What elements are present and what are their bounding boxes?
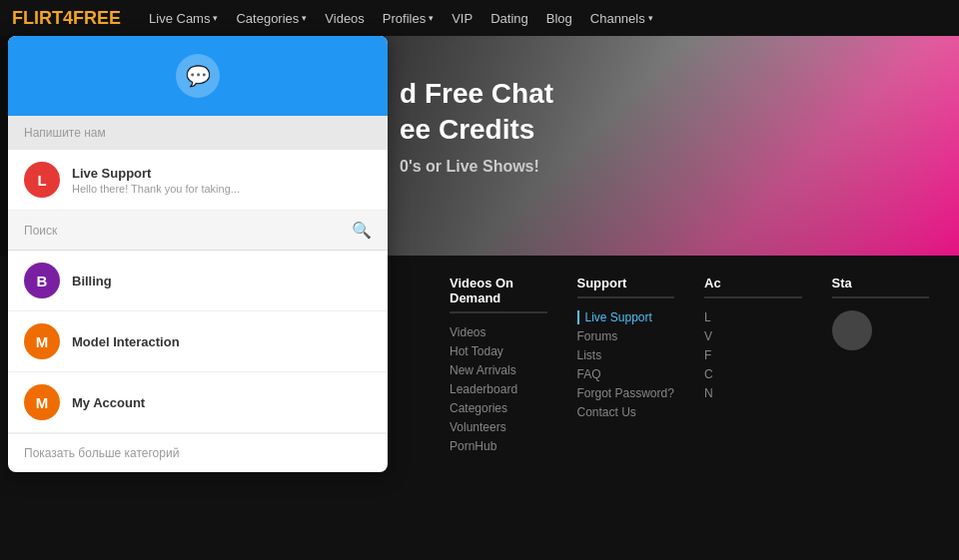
site-logo[interactable]: FLIRT4FREE (12, 8, 121, 29)
search-icon[interactable]: 🔍 (352, 221, 372, 240)
banner-line1: d Free Chat (400, 76, 553, 112)
billing-item[interactable]: B Billing (8, 251, 388, 311)
footer-col4: Sta (832, 276, 930, 540)
footer-link-forgot-password[interactable]: Forgot Password? (577, 386, 675, 400)
chat-subheader: Напишите нам (8, 116, 388, 150)
banner-text: d Free Chat ee Credits 0's or Live Shows… (400, 76, 553, 178)
chat-search-section: Поиск 🔍 (8, 211, 388, 251)
footer-col3-link2[interactable]: V (704, 329, 802, 343)
footer-link-pornhub[interactable]: PornHub (450, 439, 547, 453)
banner-line2: ee Credits (400, 112, 553, 148)
chat-widget: × 💬 Напишите нам L Live Support Hello th… (8, 36, 388, 472)
footer-link-categories[interactable]: Categories (450, 401, 547, 415)
footer-support-title: Support (577, 276, 675, 298)
footer-col3-link3[interactable]: F (704, 348, 802, 362)
my-account-label: My Account (72, 395, 145, 410)
banner-line3: 0's or Live Shows! (400, 157, 553, 178)
nav-dating[interactable]: Dating (490, 11, 528, 26)
my-account-text: My Account (72, 395, 145, 410)
footer-link-leaderboard[interactable]: Leaderboard (450, 382, 547, 396)
footer-link-new-arrivals[interactable]: New Arrivals (450, 363, 547, 377)
logo-end: FREE (73, 8, 121, 28)
live-support-subtitle: Hello there! Thank you for taking... (72, 183, 240, 195)
my-account-avatar: M (24, 384, 60, 420)
caret-icon: ▾ (213, 13, 218, 23)
nav-live-cams[interactable]: Live Cams▾ (149, 11, 218, 26)
footer-col4-title: Sta (832, 276, 930, 298)
nav-blog[interactable]: Blog (546, 11, 572, 26)
footer-link-videos[interactable]: Videos (450, 325, 547, 339)
nav-profiles[interactable]: Profiles▾ (383, 11, 434, 26)
logo-text: FLIRT (12, 8, 63, 28)
footer-videos-col: Videos On Demand Videos Hot Today New Ar… (450, 276, 547, 540)
footer-link-lists[interactable]: Lists (577, 348, 675, 362)
model-interaction-item[interactable]: M Model Interaction (8, 311, 388, 372)
footer-link-live-support[interactable]: Live Support (577, 310, 675, 324)
billing-text: Billing (72, 274, 112, 288)
live-support-item[interactable]: L Live Support Hello there! Thank you fo… (8, 150, 388, 211)
top-navigation: FLIRT4FREE Live Cams▾ Categories▾ Videos… (0, 0, 959, 36)
footer-avatar-circle (832, 310, 872, 350)
caret-icon: ▾ (429, 13, 434, 23)
footer-col3: Ac L V F C N (704, 276, 802, 540)
footer-col3-link5[interactable]: N (704, 386, 802, 400)
nav-channels[interactable]: Channels▾ (590, 11, 653, 26)
footer-videos-title: Videos On Demand (450, 276, 547, 313)
billing-label: Billing (72, 274, 112, 288)
footer-col3-link4[interactable]: C (704, 367, 802, 381)
nav-videos[interactable]: Videos (325, 11, 365, 26)
caret-icon: ▾ (302, 13, 307, 23)
my-account-item[interactable]: M My Account (8, 372, 388, 433)
search-label: Поиск (24, 224, 344, 238)
nav-vip[interactable]: VIP (452, 11, 473, 26)
model-interaction-text: Model Interaction (72, 334, 180, 349)
footer-support-col: Support Live Support Forums Lists FAQ Fo… (577, 276, 675, 540)
live-support-title: Live Support (72, 166, 240, 181)
footer-link-hot-today[interactable]: Hot Today (450, 344, 547, 358)
show-more-link[interactable]: Показать больше категорий (8, 433, 388, 472)
nav-categories[interactable]: Categories▾ (236, 11, 307, 26)
footer-link-forums[interactable]: Forums (577, 329, 675, 343)
model-interaction-label: Model Interaction (72, 334, 180, 349)
live-support-avatar: L (24, 162, 60, 198)
logo-num: 4 (63, 8, 73, 28)
chat-icon: 💬 (176, 54, 220, 98)
model-interaction-avatar: M (24, 323, 60, 359)
chat-menu-items: B Billing M Model Interaction M My Accou… (8, 251, 388, 433)
chat-header: 💬 (8, 36, 388, 116)
footer-col3-link1[interactable]: L (704, 310, 802, 324)
caret-icon: ▾ (648, 13, 653, 23)
footer-link-faq[interactable]: FAQ (577, 367, 675, 381)
billing-avatar: B (24, 263, 60, 298)
footer-col3-title: Ac (704, 276, 802, 298)
footer-link-volunteers[interactable]: Volunteers (450, 420, 547, 434)
footer-link-contact-us[interactable]: Contact Us (577, 405, 675, 419)
live-support-text: Live Support Hello there! Thank you for … (72, 166, 240, 195)
